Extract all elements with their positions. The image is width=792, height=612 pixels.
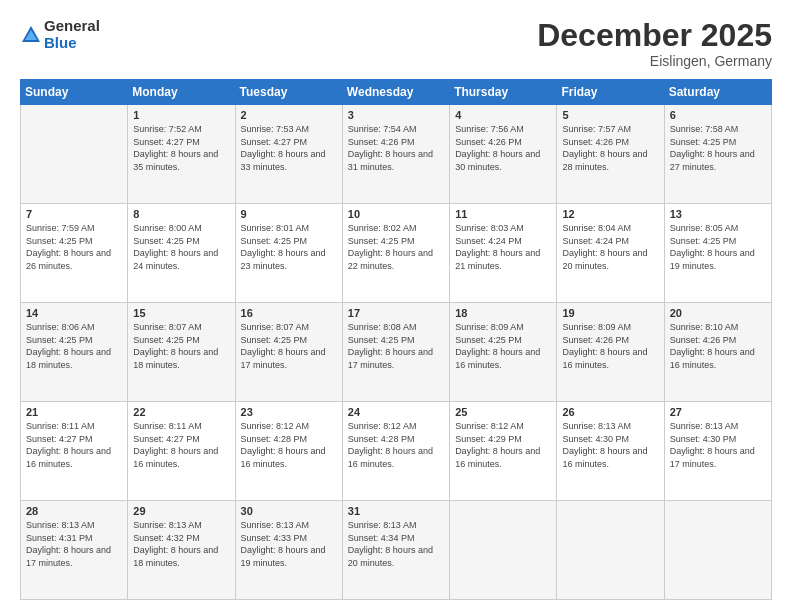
day-cell <box>450 501 557 600</box>
month-title: December 2025 <box>537 18 772 53</box>
day-cell: 2Sunrise: 7:53 AMSunset: 4:27 PMDaylight… <box>235 105 342 204</box>
logo-text: General Blue <box>44 18 100 51</box>
day-number: 14 <box>26 307 122 319</box>
day-cell: 4Sunrise: 7:56 AMSunset: 4:26 PMDaylight… <box>450 105 557 204</box>
day-info: Sunrise: 7:52 AMSunset: 4:27 PMDaylight:… <box>133 123 229 173</box>
day-info: Sunrise: 8:01 AMSunset: 4:25 PMDaylight:… <box>241 222 337 272</box>
day-cell: 16Sunrise: 8:07 AMSunset: 4:25 PMDayligh… <box>235 303 342 402</box>
day-info: Sunrise: 8:13 AMSunset: 4:33 PMDaylight:… <box>241 519 337 569</box>
day-info: Sunrise: 8:13 AMSunset: 4:31 PMDaylight:… <box>26 519 122 569</box>
day-cell: 27Sunrise: 8:13 AMSunset: 4:30 PMDayligh… <box>664 402 771 501</box>
location-subtitle: Eislingen, Germany <box>537 53 772 69</box>
day-cell: 1Sunrise: 7:52 AMSunset: 4:27 PMDaylight… <box>128 105 235 204</box>
day-cell: 19Sunrise: 8:09 AMSunset: 4:26 PMDayligh… <box>557 303 664 402</box>
day-number: 7 <box>26 208 122 220</box>
title-block: December 2025 Eislingen, Germany <box>537 18 772 69</box>
day-number: 19 <box>562 307 658 319</box>
day-number: 29 <box>133 505 229 517</box>
day-cell: 23Sunrise: 8:12 AMSunset: 4:28 PMDayligh… <box>235 402 342 501</box>
header: General Blue December 2025 Eislingen, Ge… <box>20 18 772 69</box>
day-cell: 6Sunrise: 7:58 AMSunset: 4:25 PMDaylight… <box>664 105 771 204</box>
calendar-header: SundayMondayTuesdayWednesdayThursdayFrid… <box>21 80 772 105</box>
week-row-2: 7Sunrise: 7:59 AMSunset: 4:25 PMDaylight… <box>21 204 772 303</box>
day-number: 12 <box>562 208 658 220</box>
day-info: Sunrise: 7:56 AMSunset: 4:26 PMDaylight:… <box>455 123 551 173</box>
day-number: 28 <box>26 505 122 517</box>
day-number: 15 <box>133 307 229 319</box>
day-number: 17 <box>348 307 444 319</box>
day-number: 18 <box>455 307 551 319</box>
day-info: Sunrise: 8:09 AMSunset: 4:25 PMDaylight:… <box>455 321 551 371</box>
day-info: Sunrise: 8:13 AMSunset: 4:34 PMDaylight:… <box>348 519 444 569</box>
day-cell: 17Sunrise: 8:08 AMSunset: 4:25 PMDayligh… <box>342 303 449 402</box>
day-cell: 10Sunrise: 8:02 AMSunset: 4:25 PMDayligh… <box>342 204 449 303</box>
day-info: Sunrise: 8:02 AMSunset: 4:25 PMDaylight:… <box>348 222 444 272</box>
day-cell <box>557 501 664 600</box>
day-info: Sunrise: 8:11 AMSunset: 4:27 PMDaylight:… <box>26 420 122 470</box>
week-row-1: 1Sunrise: 7:52 AMSunset: 4:27 PMDaylight… <box>21 105 772 204</box>
day-info: Sunrise: 7:58 AMSunset: 4:25 PMDaylight:… <box>670 123 766 173</box>
day-cell <box>664 501 771 600</box>
week-row-4: 21Sunrise: 8:11 AMSunset: 4:27 PMDayligh… <box>21 402 772 501</box>
day-number: 4 <box>455 109 551 121</box>
logo-blue-label: Blue <box>44 35 100 52</box>
day-info: Sunrise: 8:03 AMSunset: 4:24 PMDaylight:… <box>455 222 551 272</box>
day-number: 20 <box>670 307 766 319</box>
day-info: Sunrise: 8:04 AMSunset: 4:24 PMDaylight:… <box>562 222 658 272</box>
page: General Blue December 2025 Eislingen, Ge… <box>0 0 792 612</box>
day-info: Sunrise: 8:12 AMSunset: 4:28 PMDaylight:… <box>241 420 337 470</box>
day-cell: 30Sunrise: 8:13 AMSunset: 4:33 PMDayligh… <box>235 501 342 600</box>
day-info: Sunrise: 8:07 AMSunset: 4:25 PMDaylight:… <box>133 321 229 371</box>
weekday-header-wednesday: Wednesday <box>342 80 449 105</box>
day-info: Sunrise: 8:12 AMSunset: 4:29 PMDaylight:… <box>455 420 551 470</box>
day-number: 2 <box>241 109 337 121</box>
day-info: Sunrise: 8:07 AMSunset: 4:25 PMDaylight:… <box>241 321 337 371</box>
day-info: Sunrise: 8:12 AMSunset: 4:28 PMDaylight:… <box>348 420 444 470</box>
day-number: 30 <box>241 505 337 517</box>
day-info: Sunrise: 8:00 AMSunset: 4:25 PMDaylight:… <box>133 222 229 272</box>
day-number: 24 <box>348 406 444 418</box>
calendar-body: 1Sunrise: 7:52 AMSunset: 4:27 PMDaylight… <box>21 105 772 600</box>
day-info: Sunrise: 7:59 AMSunset: 4:25 PMDaylight:… <box>26 222 122 272</box>
day-number: 10 <box>348 208 444 220</box>
day-cell: 22Sunrise: 8:11 AMSunset: 4:27 PMDayligh… <box>128 402 235 501</box>
day-cell: 13Sunrise: 8:05 AMSunset: 4:25 PMDayligh… <box>664 204 771 303</box>
day-info: Sunrise: 8:11 AMSunset: 4:27 PMDaylight:… <box>133 420 229 470</box>
weekday-header-tuesday: Tuesday <box>235 80 342 105</box>
day-cell: 18Sunrise: 8:09 AMSunset: 4:25 PMDayligh… <box>450 303 557 402</box>
day-number: 6 <box>670 109 766 121</box>
day-cell <box>21 105 128 204</box>
weekday-row: SundayMondayTuesdayWednesdayThursdayFrid… <box>21 80 772 105</box>
day-cell: 12Sunrise: 8:04 AMSunset: 4:24 PMDayligh… <box>557 204 664 303</box>
logo: General Blue <box>20 18 100 51</box>
day-number: 22 <box>133 406 229 418</box>
day-number: 3 <box>348 109 444 121</box>
day-info: Sunrise: 8:06 AMSunset: 4:25 PMDaylight:… <box>26 321 122 371</box>
day-number: 23 <box>241 406 337 418</box>
day-number: 11 <box>455 208 551 220</box>
weekday-header-friday: Friday <box>557 80 664 105</box>
day-cell: 14Sunrise: 8:06 AMSunset: 4:25 PMDayligh… <box>21 303 128 402</box>
day-info: Sunrise: 8:13 AMSunset: 4:30 PMDaylight:… <box>562 420 658 470</box>
day-cell: 8Sunrise: 8:00 AMSunset: 4:25 PMDaylight… <box>128 204 235 303</box>
day-number: 26 <box>562 406 658 418</box>
day-number: 27 <box>670 406 766 418</box>
day-cell: 9Sunrise: 8:01 AMSunset: 4:25 PMDaylight… <box>235 204 342 303</box>
day-number: 13 <box>670 208 766 220</box>
week-row-3: 14Sunrise: 8:06 AMSunset: 4:25 PMDayligh… <box>21 303 772 402</box>
day-cell: 5Sunrise: 7:57 AMSunset: 4:26 PMDaylight… <box>557 105 664 204</box>
day-cell: 20Sunrise: 8:10 AMSunset: 4:26 PMDayligh… <box>664 303 771 402</box>
day-cell: 11Sunrise: 8:03 AMSunset: 4:24 PMDayligh… <box>450 204 557 303</box>
day-info: Sunrise: 8:10 AMSunset: 4:26 PMDaylight:… <box>670 321 766 371</box>
day-number: 9 <box>241 208 337 220</box>
logo-icon <box>20 24 42 46</box>
day-cell: 28Sunrise: 8:13 AMSunset: 4:31 PMDayligh… <box>21 501 128 600</box>
day-info: Sunrise: 8:09 AMSunset: 4:26 PMDaylight:… <box>562 321 658 371</box>
day-info: Sunrise: 7:54 AMSunset: 4:26 PMDaylight:… <box>348 123 444 173</box>
day-number: 21 <box>26 406 122 418</box>
day-cell: 21Sunrise: 8:11 AMSunset: 4:27 PMDayligh… <box>21 402 128 501</box>
day-info: Sunrise: 8:13 AMSunset: 4:32 PMDaylight:… <box>133 519 229 569</box>
day-info: Sunrise: 8:08 AMSunset: 4:25 PMDaylight:… <box>348 321 444 371</box>
day-cell: 15Sunrise: 8:07 AMSunset: 4:25 PMDayligh… <box>128 303 235 402</box>
weekday-header-monday: Monday <box>128 80 235 105</box>
